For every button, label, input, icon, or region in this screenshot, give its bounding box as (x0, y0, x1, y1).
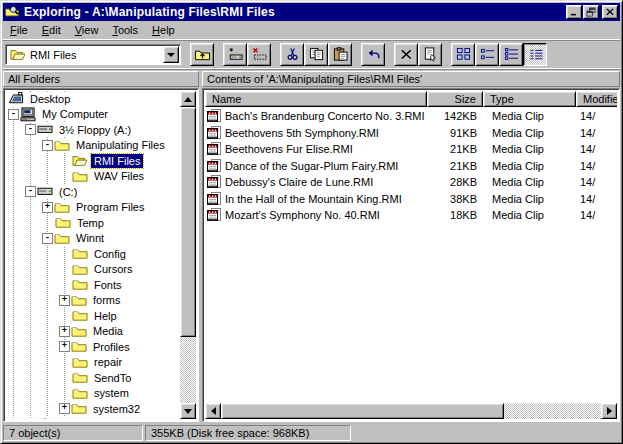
restore-button[interactable] (583, 5, 599, 19)
combobox-dropdown-button[interactable] (163, 46, 179, 63)
list-horizontal-scrollbar[interactable] (205, 403, 617, 419)
minimize-button[interactable] (566, 5, 582, 19)
menu-help[interactable]: Help (145, 22, 182, 38)
collapse-minus-icon[interactable]: - (8, 109, 19, 120)
file-name[interactable]: Beethovens Fur Elise.RMI (225, 143, 353, 155)
tree-item-sendto[interactable]: SendTo (6, 370, 180, 386)
tree-item-winnt[interactable]: -Winnt (6, 231, 180, 247)
tree-item-program-files[interactable]: +Program Files (6, 200, 180, 216)
file-name[interactable]: Bach's Brandenburg Concerto No. 3.RMI (225, 110, 425, 122)
column-header-type[interactable]: Type (483, 91, 576, 107)
file-name[interactable]: In the Hall of the Mountain King.RMI (225, 193, 402, 205)
map-network-drive-button[interactable] (223, 43, 247, 66)
file-name-cell[interactable]: Dance of the Sugar-Plum Fairy.RMI (205, 159, 427, 173)
view-large-icons-button[interactable] (451, 43, 475, 66)
tree-item-label[interactable]: forms (90, 293, 124, 307)
tree-item-fonts[interactable]: Fonts (6, 277, 180, 293)
tree-item-rmi-files[interactable]: RMI Files (6, 153, 180, 169)
collapse-minus-icon[interactable]: - (25, 186, 36, 197)
tree-item-label[interactable]: (C:) (56, 185, 80, 199)
tree-item-label[interactable]: SendTo (91, 371, 134, 385)
paste-button[interactable] (328, 43, 352, 66)
horizontal-scrollbar-thumb[interactable] (221, 403, 504, 419)
tree-item-forms[interactable]: +forms (6, 293, 180, 309)
tree-item-profiles[interactable]: +Profiles (6, 339, 180, 355)
file-name[interactable]: Dance of the Sugar-Plum Fairy.RMI (225, 160, 398, 172)
expand-plus-icon[interactable]: + (59, 295, 70, 306)
expand-plus-icon[interactable]: + (42, 202, 53, 213)
tree-item-label[interactable]: Manipulating Files (73, 138, 168, 152)
tree-item-manipulating-files[interactable]: -Manipulating Files (6, 138, 180, 154)
scroll-left-button[interactable] (205, 403, 221, 419)
tree-item-label[interactable]: (D:) (56, 417, 80, 419)
tree-item-config[interactable]: Config (6, 246, 180, 262)
file-name-cell[interactable]: In the Hall of the Mountain King.RMI (205, 192, 427, 206)
tree-item-d[interactable]: +(D:) (6, 417, 180, 420)
menu-edit[interactable]: Edit (35, 22, 68, 38)
tree-item-label[interactable]: Desktop (27, 92, 73, 106)
file-name[interactable]: Mozart's Symphony No. 40.RMI (225, 209, 380, 221)
collapse-minus-icon[interactable]: - (42, 233, 53, 244)
tree-item-label[interactable]: Profiles (90, 340, 133, 354)
column-header-name[interactable]: Name (205, 91, 427, 107)
tree-item-label[interactable]: Winnt (73, 231, 107, 245)
undo-button[interactable] (361, 43, 385, 66)
tree-item-c[interactable]: -(C:) (6, 184, 180, 200)
view-small-icons-button[interactable] (475, 43, 499, 66)
tree-item-label[interactable]: Fonts (91, 278, 125, 292)
close-button[interactable] (602, 5, 618, 19)
collapse-minus-icon[interactable]: - (25, 124, 36, 135)
tree-item-label[interactable]: 3½ Floppy (A:) (56, 123, 134, 137)
tree-item-label[interactable]: My Computer (39, 107, 111, 121)
tree-item-label[interactable]: RMI Files (91, 154, 143, 168)
tree-item-label[interactable]: Temp (74, 216, 107, 230)
file-name[interactable]: Debussy's Claire de Lune.RMI (225, 176, 373, 188)
tree-item-system32[interactable]: +system32 (6, 401, 180, 417)
tree-item-desktop[interactable]: Desktop (6, 91, 180, 107)
tree-item-label[interactable]: Cursors (91, 262, 136, 276)
expand-plus-icon[interactable]: + (59, 341, 70, 352)
scroll-down-button[interactable] (180, 403, 196, 419)
tree-item-3-floppy-a[interactable]: -3½ Floppy (A:) (6, 122, 180, 138)
file-row-beethovens-5th-symphony-rmi[interactable]: Beethovens 5th Symphony.RMI91KBMedia Cli… (205, 125, 617, 142)
properties-button[interactable] (418, 43, 442, 66)
column-header-modified[interactable]: Modified (576, 91, 617, 107)
menu-file[interactable]: File (3, 22, 35, 38)
tree-item-temp[interactable]: Temp (6, 215, 180, 231)
column-header-size[interactable]: Size (427, 91, 483, 107)
scroll-up-button[interactable] (180, 91, 196, 107)
expand-plus-icon[interactable]: + (59, 403, 70, 414)
address-combobox[interactable]: RMI Files (5, 44, 181, 65)
expand-plus-icon[interactable]: + (59, 326, 70, 337)
file-row-beethovens-fur-elise-rmi[interactable]: Beethovens Fur Elise.RMI21KBMedia Clip14… (205, 141, 617, 158)
view-list-button[interactable] (499, 43, 523, 66)
tree-item-cursors[interactable]: Cursors (6, 262, 180, 278)
view-details-button[interactable] (523, 43, 547, 66)
file-name-cell[interactable]: Debussy's Claire de Lune.RMI (205, 175, 427, 189)
tree-item-help[interactable]: Help (6, 308, 180, 324)
file-row-in-the-hall-of-the-mountain-king-rmi[interactable]: In the Hall of the Mountain King.RMI38KB… (205, 191, 617, 208)
tree-item-label[interactable]: Program Files (73, 200, 147, 214)
vertical-scrollbar-thumb[interactable] (180, 107, 196, 337)
tree-vertical-scrollbar[interactable] (180, 91, 196, 419)
copy-button[interactable] (304, 43, 328, 66)
tree-item-wav-files[interactable]: WAV Files (6, 169, 180, 185)
file-name-cell[interactable]: Mozart's Symphony No. 40.RMI (205, 208, 427, 222)
file-name-cell[interactable]: Beethovens Fur Elise.RMI (205, 142, 427, 156)
file-name-cell[interactable]: Beethovens 5th Symphony.RMI (205, 126, 427, 140)
tree-item-my-computer[interactable]: -My Computer (6, 107, 180, 123)
tree-item-system[interactable]: system (6, 386, 180, 402)
tree-item-repair[interactable]: repair (6, 355, 180, 371)
collapse-minus-icon[interactable]: - (42, 140, 53, 151)
file-name-cell[interactable]: Bach's Brandenburg Concerto No. 3.RMI (205, 109, 427, 123)
tree-item-label[interactable]: system (91, 386, 132, 400)
file-name[interactable]: Beethovens 5th Symphony.RMI (225, 127, 379, 139)
tree-item-label[interactable]: system32 (90, 402, 143, 416)
delete-button[interactable] (394, 43, 418, 66)
file-row-mozart-s-symphony-no-40-rmi[interactable]: Mozart's Symphony No. 40.RMI18KBMedia Cl… (205, 207, 617, 224)
menu-view[interactable]: View (68, 22, 106, 38)
file-row-dance-of-the-sugar-plum-fairy-rmi[interactable]: Dance of the Sugar-Plum Fairy.RMI21KBMed… (205, 158, 617, 175)
tree-item-label[interactable]: Help (91, 309, 120, 323)
up-one-level-button[interactable] (190, 43, 214, 66)
menu-tools[interactable]: Tools (105, 22, 145, 38)
